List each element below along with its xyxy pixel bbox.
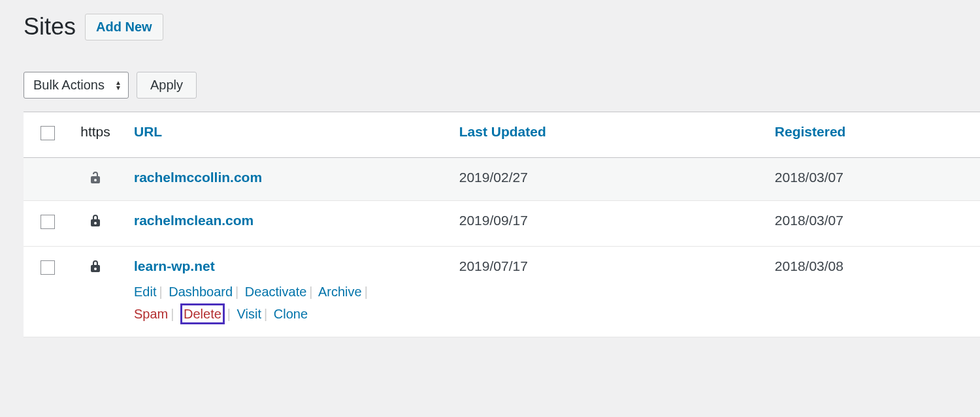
lock-icon <box>88 262 103 277</box>
visit-link[interactable]: Visit <box>237 307 261 321</box>
lock-icon <box>88 216 103 231</box>
deactivate-link[interactable]: Deactivate <box>245 285 307 299</box>
last-updated-cell: 2019/07/17 <box>450 247 766 337</box>
apply-button[interactable]: Apply <box>137 72 197 99</box>
col-url[interactable]: URL <box>125 112 450 158</box>
dashboard-link[interactable]: Dashboard <box>169 285 233 299</box>
registered-cell: 2018/03/07 <box>766 158 980 201</box>
sites-table: https URL Last Updated Registered rachel… <box>24 112 980 337</box>
select-all-checkbox[interactable] <box>41 126 55 140</box>
registered-cell: 2018/03/08 <box>766 247 980 337</box>
unlock-icon <box>88 173 103 188</box>
row-actions: Edit| Dashboard| Deactivate| Archive| Sp… <box>134 281 441 325</box>
site-url-link[interactable]: rachelmccollin.com <box>134 170 262 185</box>
table-row: learn-wp.net Edit| Dashboard| Deactivate… <box>24 247 980 337</box>
spam-link[interactable]: Spam <box>134 307 168 321</box>
registered-cell: 2018/03/07 <box>766 201 980 247</box>
bulk-actions-label: Bulk Actions <box>33 78 105 92</box>
col-registered[interactable]: Registered <box>766 112 980 158</box>
add-new-button[interactable]: Add New <box>85 14 163 40</box>
col-https: https <box>66 112 125 158</box>
col-checkbox <box>24 112 66 158</box>
table-row: rachelmclean.com 2019/09/17 2018/03/07 <box>24 201 980 247</box>
tablenav: Bulk Actions ▲▼ Apply <box>24 72 980 99</box>
row-checkbox[interactable] <box>41 260 55 275</box>
table-row: rachelmccollin.com 2019/02/27 2018/03/07 <box>24 158 980 201</box>
col-last-updated[interactable]: Last Updated <box>450 112 766 158</box>
site-url-link[interactable]: learn-wp.net <box>134 258 215 273</box>
site-url-link[interactable]: rachelmclean.com <box>134 213 253 228</box>
bulk-actions-select[interactable]: Bulk Actions ▲▼ <box>24 72 129 99</box>
edit-link[interactable]: Edit <box>134 285 156 299</box>
select-arrows-icon: ▲▼ <box>115 80 122 91</box>
archive-link[interactable]: Archive <box>318 285 362 299</box>
page-title: Sites <box>24 13 76 40</box>
last-updated-cell: 2019/09/17 <box>450 201 766 247</box>
row-checkbox[interactable] <box>41 215 55 229</box>
last-updated-cell: 2019/02/27 <box>450 158 766 201</box>
page-header: Sites Add New <box>24 13 980 40</box>
clone-link[interactable]: Clone <box>274 307 308 321</box>
delete-link[interactable]: Delete <box>180 303 225 324</box>
